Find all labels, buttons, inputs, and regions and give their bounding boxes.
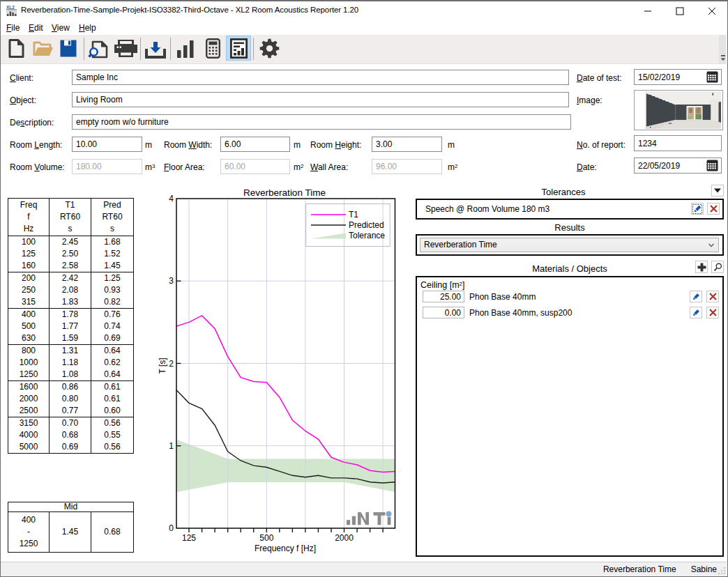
svg-text:2000: 2000 — [335, 533, 354, 543]
svg-text:T1: T1 — [349, 210, 358, 220]
svg-text:1: 1 — [169, 441, 174, 451]
svg-text:3: 3 — [169, 276, 174, 286]
svg-text:125: 125 — [182, 533, 196, 543]
svg-text:Frequency f [Hz]: Frequency f [Hz] — [255, 544, 316, 553]
svg-text:Tolerance: Tolerance — [349, 231, 385, 240]
svg-text:XL2: XL2 — [6, 5, 15, 10]
svg-text:Reverberation Time: Reverberation Time — [243, 187, 326, 198]
svg-text:Predicted: Predicted — [349, 220, 384, 230]
svg-text:4: 4 — [169, 194, 174, 203]
svg-text:2: 2 — [169, 359, 174, 369]
svg-text:500: 500 — [259, 533, 273, 543]
svg-text:0: 0 — [169, 523, 174, 533]
svg-text:T [s]: T [s] — [158, 357, 167, 374]
